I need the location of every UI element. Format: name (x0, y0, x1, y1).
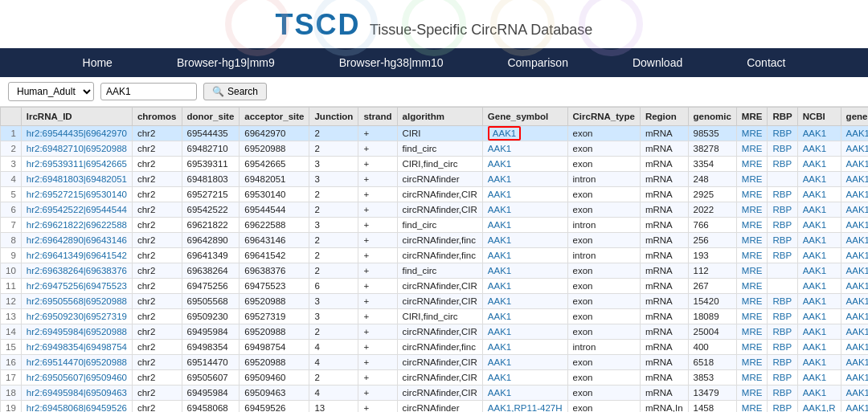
ncbi-cell[interactable]: AAK1 (797, 279, 841, 294)
genecards-cell[interactable]: AAK1 (841, 157, 868, 172)
rbp-cell[interactable]: RBP (768, 355, 797, 370)
id-cell[interactable]: hr2:69481803|69482051 (21, 172, 132, 187)
ncbi-cell[interactable]: AAK1 (797, 218, 841, 233)
mre-cell[interactable]: MRE (736, 385, 768, 401)
ncbi-cell[interactable]: AAK1 (797, 172, 841, 187)
rbp-cell[interactable]: RBP (768, 294, 797, 309)
mre-cell[interactable]: MRE (736, 309, 768, 324)
genecards-cell[interactable]: AAK1 (841, 218, 868, 233)
genecards-cell[interactable]: AAK1 (841, 126, 868, 141)
rbp-cell[interactable]: RBP (768, 309, 797, 324)
gene-cell[interactable]: AAK1 (482, 233, 567, 248)
id-cell[interactable]: hr2:69621822|69622588 (21, 218, 132, 233)
mre-cell[interactable]: MRE (736, 355, 768, 370)
genecards-cell[interactable]: AAK1 (841, 233, 868, 248)
gene-cell[interactable]: AAK1 (482, 355, 567, 370)
genecards-cell[interactable]: AAK1 (841, 248, 868, 263)
id-cell[interactable]: hr2:69642890|69643146 (21, 233, 132, 248)
ncbi-cell[interactable]: AAK1 (797, 187, 841, 202)
id-cell[interactable]: hr2:69544435|69642970 (21, 126, 132, 141)
genecards-cell[interactable]: AAK1 (841, 324, 868, 340)
nav-browser-hg19[interactable]: Browser-hg19|mm9 (145, 48, 307, 77)
ncbi-cell[interactable]: AAK1 (797, 309, 841, 324)
id-cell[interactable]: hr2:69641349|69641542 (21, 248, 132, 263)
nav-contact[interactable]: Contact (714, 48, 817, 77)
ncbi-cell[interactable]: AAK1 (797, 340, 841, 355)
nav-browser-hg38[interactable]: Browser-hg38|mm10 (307, 48, 476, 77)
rbp-cell[interactable]: RBP (768, 141, 797, 157)
gene-cell[interactable]: AAK1 (482, 248, 567, 263)
genecards-cell[interactable]: AAK1 (841, 172, 868, 187)
rbp-cell[interactable]: RBP (768, 340, 797, 355)
ncbi-cell[interactable]: AAK1,R (797, 401, 841, 413)
id-cell[interactable]: hr2:69539311|69542665 (21, 157, 132, 172)
mre-cell[interactable]: MRE (736, 294, 768, 309)
gene-cell[interactable]: AAK1 (482, 385, 567, 401)
rbp-cell[interactable]: RBP (768, 233, 797, 248)
gene-cell[interactable]: AAK1 (482, 126, 567, 141)
id-cell[interactable]: hr2:69542522|69544544 (21, 202, 132, 218)
rbp-cell[interactable]: RBP (768, 157, 797, 172)
genecards-cell[interactable]: AAK1 (841, 263, 868, 279)
genecards-cell[interactable]: AAK1 (841, 294, 868, 309)
mre-cell[interactable]: MRE (736, 141, 768, 157)
id-cell[interactable]: hr2:69458068|69459526 (21, 401, 132, 413)
rbp-cell[interactable]: RBP (768, 248, 797, 263)
gene-cell[interactable]: AAK1 (482, 141, 567, 157)
genecards-cell[interactable]: AAK1 (841, 141, 868, 157)
rbp-cell[interactable]: RBP (768, 202, 797, 218)
mre-cell[interactable]: MRE (736, 279, 768, 294)
id-cell[interactable]: hr2:69505568|69520988 (21, 294, 132, 309)
ncbi-cell[interactable]: AAK1 (797, 248, 841, 263)
mre-cell[interactable]: MRE (736, 218, 768, 233)
mre-cell[interactable]: MRE (736, 401, 768, 413)
mre-cell[interactable]: MRE (736, 263, 768, 279)
gene-cell[interactable]: AAK1 (482, 294, 567, 309)
gene-cell[interactable]: AAK1 (482, 340, 567, 355)
ncbi-cell[interactable]: AAK1 (797, 202, 841, 218)
genecards-cell[interactable]: AAK1 (841, 401, 868, 413)
genecards-cell[interactable]: AAK1 (841, 309, 868, 324)
rbp-cell[interactable]: RBP (768, 187, 797, 202)
gene-cell[interactable]: AAK1 (482, 279, 567, 294)
ncbi-cell[interactable]: AAK1 (797, 355, 841, 370)
ncbi-cell[interactable]: AAK1 (797, 141, 841, 157)
genecards-cell[interactable]: AAK1 (841, 279, 868, 294)
ncbi-cell[interactable]: AAK1 (797, 126, 841, 141)
gene-cell[interactable]: AAK1 (482, 370, 567, 385)
mre-cell[interactable]: MRE (736, 126, 768, 141)
gene-cell[interactable]: AAK1,RP11-427H (482, 401, 567, 413)
mre-cell[interactable]: MRE (736, 370, 768, 385)
genecards-cell[interactable]: AAK1 (841, 355, 868, 370)
mre-cell[interactable]: MRE (736, 172, 768, 187)
ncbi-cell[interactable]: AAK1 (797, 385, 841, 401)
id-cell[interactable]: hr2:69638264|69638376 (21, 263, 132, 279)
id-cell[interactable]: hr2:69505607|69509460 (21, 370, 132, 385)
mre-cell[interactable]: MRE (736, 324, 768, 340)
genecards-cell[interactable]: AAK1 (841, 187, 868, 202)
rbp-cell[interactable]: RBP (768, 218, 797, 233)
search-button[interactable]: 🔍 Search (203, 83, 267, 100)
genecards-cell[interactable]: AAK1 (841, 385, 868, 401)
ncbi-cell[interactable]: AAK1 (797, 294, 841, 309)
mre-cell[interactable]: MRE (736, 157, 768, 172)
id-cell[interactable]: hr2:69527215|69530140 (21, 187, 132, 202)
nav-comparison[interactable]: Comparison (475, 48, 600, 77)
id-cell[interactable]: hr2:69509230|69527319 (21, 309, 132, 324)
gene-cell[interactable]: AAK1 (482, 172, 567, 187)
mre-cell[interactable]: MRE (736, 248, 768, 263)
id-cell[interactable]: hr2:69514470|69520988 (21, 355, 132, 370)
gene-cell[interactable]: AAK1 (482, 309, 567, 324)
mre-cell[interactable]: MRE (736, 187, 768, 202)
rbp-cell[interactable]: RBP (768, 324, 797, 340)
mre-cell[interactable]: MRE (736, 340, 768, 355)
gene-cell[interactable]: AAK1 (482, 263, 567, 279)
mre-cell[interactable]: MRE (736, 202, 768, 218)
id-cell[interactable]: hr2:69498354|69498754 (21, 340, 132, 355)
gene-search-input[interactable] (100, 83, 197, 100)
rbp-cell[interactable]: RBP (768, 401, 797, 413)
gene-cell[interactable]: AAK1 (482, 157, 567, 172)
mre-cell[interactable]: MRE (736, 233, 768, 248)
rbp-cell[interactable]: RBP (768, 385, 797, 401)
genecards-cell[interactable]: AAK1 (841, 370, 868, 385)
